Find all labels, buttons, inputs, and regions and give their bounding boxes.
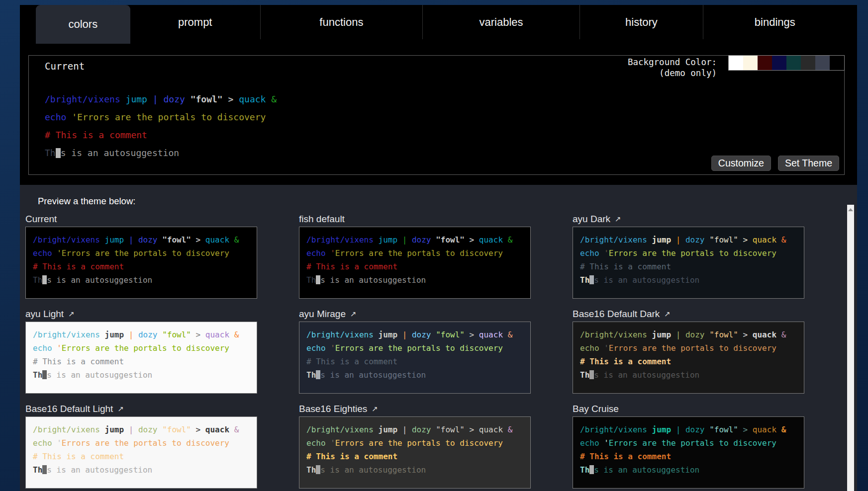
token-string: Errors are the portals to discovery — [62, 438, 229, 448]
bg-color-swatch[interactable] — [830, 56, 844, 70]
token-quack: quack — [479, 425, 503, 434]
set-theme-button[interactable]: Set Theme — [778, 156, 839, 171]
bg-color-swatch[interactable] — [758, 56, 772, 70]
code-line: # This is a comment — [33, 260, 250, 273]
code-line: echo 'Errors are the portals to discover… — [33, 246, 250, 260]
bg-color-swatch[interactable] — [786, 56, 801, 70]
background-color-label-line2: (demo only) — [659, 68, 717, 78]
external-link-icon[interactable]: ↗ — [615, 215, 621, 224]
bg-color-swatch[interactable] — [772, 56, 786, 70]
text-cursor — [316, 275, 320, 284]
tab-prompt[interactable]: prompt — [130, 5, 261, 39]
token-plain — [431, 330, 436, 339]
token-quote: ' — [604, 248, 609, 258]
token-pipe: | — [676, 330, 681, 339]
token-plain — [66, 112, 72, 122]
text-cursor — [56, 148, 61, 158]
theme-card[interactable]: /bright/vixens jump | dozy "fowl" > quac… — [573, 322, 804, 394]
current-theme-panel: Current Background Color:(demo only) /br… — [28, 55, 845, 175]
token-plain — [397, 425, 402, 434]
token-fowl: "fowl" — [709, 425, 738, 434]
token-plain — [671, 330, 676, 339]
token-pipe: | — [129, 330, 134, 339]
theme-card[interactable]: /bright/vixens jump | dozy "fowl" > quac… — [299, 227, 531, 299]
tab-variables[interactable]: variables — [423, 5, 580, 39]
token-quote: ' — [330, 343, 335, 353]
scrollbar[interactable] — [847, 205, 854, 491]
customize-button[interactable]: Customize — [711, 156, 771, 171]
theme-title: ayu Mirage↗ — [299, 308, 531, 321]
token-plain — [133, 235, 138, 245]
theme-name: fish default — [299, 214, 345, 225]
theme-card[interactable]: /bright/vixens jump | dozy "fowl" > quac… — [25, 416, 257, 489]
bg-color-swatch[interactable] — [815, 56, 830, 70]
token-plain — [671, 235, 676, 245]
theme-grid: Current/bright/vixens jump | dozy "fowl"… — [25, 213, 804, 489]
token-amp: & — [271, 94, 277, 104]
token-path: /bright/vixens — [33, 235, 100, 245]
token-path: /bright/vixens — [33, 330, 100, 339]
token-string: Errors are the portals to discovery — [609, 248, 776, 258]
external-link-icon[interactable]: ↗ — [350, 310, 357, 319]
theme-cell: Current/bright/vixens jump | dozy "fowl"… — [25, 213, 257, 299]
scroll-up-icon[interactable] — [848, 208, 853, 211]
text-cursor — [589, 465, 594, 474]
external-link-icon[interactable]: ↗ — [372, 405, 378, 413]
token-amp: & — [781, 235, 786, 245]
token-plain — [407, 330, 412, 339]
theme-card[interactable]: /bright/vixens jump | dozy "fowl" > quac… — [299, 322, 531, 394]
code-line: # This is a comment — [306, 355, 523, 368]
token-redirect: > — [743, 235, 748, 245]
code-line: /bright/vixens jump | dozy "fowl" > quac… — [306, 328, 523, 341]
theme-cell: fish default/bright/vixens jump | dozy "… — [299, 213, 531, 299]
token-plain — [465, 235, 470, 245]
token-plain — [326, 343, 331, 353]
token-redirect: > — [470, 330, 475, 339]
external-link-icon[interactable]: ↗ — [117, 405, 124, 413]
tab-functions[interactable]: functions — [261, 5, 423, 39]
token-plain — [748, 425, 753, 434]
token-plain — [229, 235, 234, 245]
token-plain — [738, 330, 743, 339]
theme-name: Base16 Default Dark — [573, 309, 660, 320]
token-quack: quack — [479, 235, 503, 245]
token-redirect: > — [196, 235, 201, 245]
token-dozy: dozy — [163, 94, 185, 104]
token-string: Errors are the portals to discovery — [335, 438, 503, 448]
tab-colors[interactable]: colors — [36, 5, 130, 44]
token-fowl: "fowl" — [436, 235, 465, 245]
token-pipe: | — [402, 425, 407, 434]
token-suggestion: s is an autosuggestion — [47, 465, 152, 475]
token-echo: echo — [33, 343, 52, 353]
bg-color-swatch[interactable] — [743, 56, 758, 70]
token-dozy: dozy — [685, 235, 705, 245]
external-link-icon[interactable]: ↗ — [68, 310, 75, 319]
tab-bindings[interactable]: bindings — [703, 5, 847, 39]
tab-history[interactable]: history — [580, 5, 703, 39]
theme-cell: ayu Mirage↗/bright/vixens jump | dozy "f… — [299, 308, 531, 394]
token-plain — [748, 330, 753, 339]
code-line: /bright/vixens jump | dozy "fowl" > quac… — [45, 90, 277, 108]
token-plain — [465, 425, 470, 434]
code-line: echo 'Errors are the portals to discover… — [45, 108, 277, 126]
bg-color-swatch[interactable] — [729, 56, 743, 70]
token-plain — [147, 94, 153, 104]
token-amp: & — [508, 425, 513, 434]
token-plain — [465, 330, 470, 339]
token-comment: # This is a comment — [45, 130, 147, 140]
theme-card[interactable]: /bright/vixens jump | dozy "fowl" > quac… — [25, 227, 257, 299]
token-suggestion: s is an autosuggestion — [47, 370, 152, 380]
theme-card[interactable]: /bright/vixens jump | dozy "fowl" > quac… — [299, 416, 531, 489]
theme-card[interactable]: /bright/vixens jump | dozy "fowl" > quac… — [573, 227, 804, 299]
text-cursor — [42, 275, 47, 284]
theme-card[interactable]: /bright/vixens jump | dozy "fowl" > quac… — [25, 322, 257, 394]
external-link-icon[interactable]: ↗ — [664, 310, 671, 319]
token-quack: quack — [753, 235, 776, 245]
theme-card[interactable]: /bright/vixens jump | dozy "fowl" > quac… — [573, 416, 804, 489]
token-suggestion: s is an autosuggestion — [594, 465, 699, 475]
token-quote: ' — [57, 248, 62, 258]
token-quote: ' — [330, 438, 335, 448]
token-fowl: "fowl" — [162, 235, 191, 245]
token-plain — [133, 425, 138, 434]
bg-color-swatch[interactable] — [801, 56, 815, 70]
